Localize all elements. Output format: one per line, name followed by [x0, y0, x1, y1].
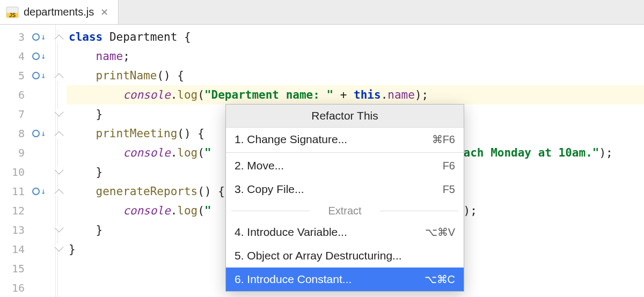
menu-item-shortcut: ⌥⌘C — [425, 273, 455, 286]
close-tab-icon[interactable]: ✕ — [98, 6, 111, 18]
override-gutter-icon[interactable]: ↓ — [32, 33, 46, 41]
line-number: 12 — [0, 201, 30, 220]
editor-tab[interactable]: JS departments.js ✕ — [0, 0, 119, 24]
override-gutter-icon[interactable]: ↓ — [32, 52, 46, 61]
separator — [226, 152, 464, 153]
line-number: 10 — [0, 162, 30, 182]
menu-item-shortcut: F6 — [443, 160, 455, 172]
fold-gutter — [56, 25, 67, 297]
line-number: 4 — [0, 47, 30, 66]
line-number-gutter: 3 4 5 6 7 8 9 10 11 12 13 14 15 16 — [0, 25, 30, 297]
fold-toggle-icon[interactable] — [55, 73, 64, 83]
fold-toggle-icon[interactable] — [55, 35, 64, 44]
refactor-destructuring[interactable]: 5. Object or Array Destructuring... — [226, 244, 464, 268]
fold-toggle-icon[interactable] — [55, 131, 64, 140]
menu-item-label: 1. Change Signature... — [235, 133, 347, 146]
fold-toggle-icon[interactable] — [55, 166, 64, 175]
menu-item-label: 2. Move... — [235, 159, 284, 172]
refactor-move[interactable]: 2. Move... F6 — [226, 154, 464, 177]
override-gutter-icon[interactable]: ↓ — [32, 129, 46, 138]
refactor-copy-file[interactable]: 3. Copy File... F5 — [226, 177, 464, 201]
override-gutter-icon[interactable]: ↓ — [32, 187, 46, 196]
menu-item-label: 5. Object or Array Destructuring... — [235, 249, 402, 262]
tab-bar: JS departments.js ✕ — [0, 0, 644, 25]
menu-item-shortcut: ⌥⌘V — [425, 226, 455, 239]
fold-toggle-icon[interactable] — [55, 189, 64, 198]
override-gutter-icon[interactable]: ↓ — [32, 71, 46, 80]
refactor-introduce-variable[interactable]: 4. Introduce Variable... ⌥⌘V — [226, 220, 464, 244]
menu-item-label: 3. Copy File... — [235, 183, 304, 196]
popup-title: Refactor This — [226, 105, 464, 128]
line-number: 11 — [0, 182, 30, 201]
line-number: 15 — [0, 259, 30, 278]
menu-item-shortcut: ⌘F6 — [432, 133, 455, 146]
gutter-icons: ↓ ↓ ↓ ↓ ↓ — [30, 25, 56, 297]
line-number: 5 — [0, 66, 30, 85]
refactor-change-signature[interactable]: 1. Change Signature... ⌘F6 — [226, 128, 464, 151]
fold-toggle-icon[interactable] — [55, 108, 64, 117]
line-number: 3 — [0, 27, 30, 47]
popup-section-extract: Extract — [226, 203, 464, 218]
line-number: 9 — [0, 143, 30, 162]
line-number: 7 — [0, 105, 30, 124]
svg-text:JS: JS — [9, 12, 16, 18]
tab-filename: departments.js — [24, 6, 94, 18]
refactor-introduce-constant[interactable]: 6. Introduce Constant... ⌥⌘C — [226, 268, 464, 291]
fold-toggle-icon[interactable] — [55, 243, 64, 252]
js-file-icon: JS — [5, 5, 19, 19]
menu-item-shortcut: F5 — [443, 183, 455, 196]
line-number: 8 — [0, 124, 30, 143]
line-number: 16 — [0, 278, 30, 297]
menu-item-label: 4. Introduce Variable... — [235, 226, 347, 239]
line-number: 13 — [0, 220, 30, 240]
refactor-popup: Refactor This 1. Change Signature... ⌘F6… — [225, 104, 464, 292]
menu-item-label: 6. Introduce Constant... — [235, 273, 352, 286]
fold-toggle-icon[interactable] — [55, 224, 64, 233]
line-number: 14 — [0, 240, 30, 259]
line-number: 6 — [0, 85, 30, 105]
